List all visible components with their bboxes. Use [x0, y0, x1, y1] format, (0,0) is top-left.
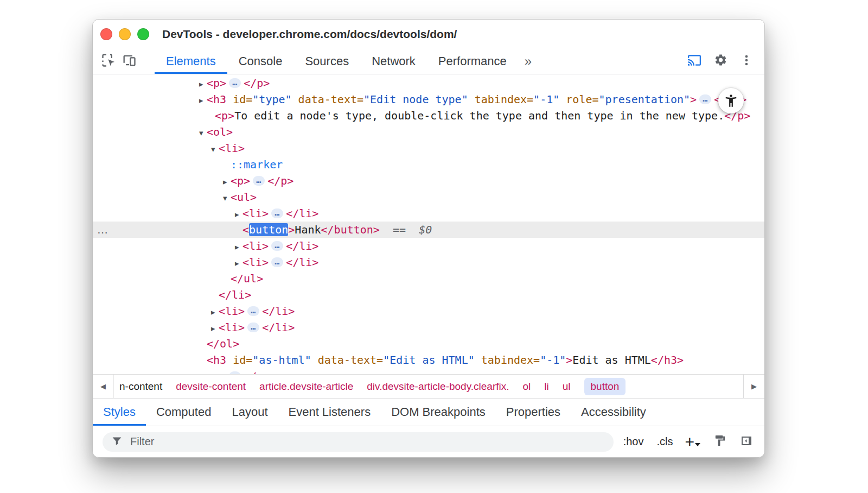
breadcrumb-item-n-content[interactable]: n-content [119, 381, 162, 393]
dom-tree-row[interactable]: </ol> [93, 336, 764, 352]
dom-tree-row[interactable]: ▸<p>…</p> [93, 75, 764, 91]
expand-inline-icon[interactable]: … [271, 241, 283, 251]
dom-tree-row[interactable]: ▸<li>…</li> [93, 238, 764, 254]
dom-tree-row[interactable]: <button>Hank</button> == $0… [93, 222, 764, 238]
dom-tree-row[interactable]: ▾<ul> [93, 189, 764, 205]
expand-arrow-icon[interactable]: ▸ [199, 92, 207, 109]
collapse-arrow-icon[interactable]: ▾ [223, 190, 231, 206]
panel-tab-accessibility[interactable]: Accessibility [571, 399, 656, 426]
inspect-element-button[interactable] [98, 51, 119, 72]
panel-tabs-items: StylesComputedLayoutEvent ListenersDOM B… [93, 399, 656, 426]
toggle-hover-state-button[interactable]: :hov [620, 435, 647, 448]
expand-inline-icon[interactable]: … [699, 94, 711, 104]
expand-arrow-icon[interactable]: ▸ [235, 255, 242, 271]
dom-tree-row[interactable]: ▸<li>…</li> [93, 254, 764, 270]
window-titlebar: DevTools - developer.chrome.com/docs/dev… [93, 20, 764, 48]
toggle-sidebar-button[interactable] [736, 432, 757, 452]
device-toolbar-button[interactable] [119, 51, 139, 72]
toggle-class-button[interactable]: .cls [653, 435, 676, 448]
expand-inline-icon[interactable]: … [271, 208, 283, 218]
panel-tab-computed[interactable]: Computed [146, 399, 222, 426]
dom-tree-row[interactable]: ▾<li> [93, 140, 764, 156]
traffic-lights [100, 28, 149, 40]
more-actions-icon[interactable]: … [97, 222, 108, 238]
code-token-tag: </p> [244, 370, 270, 374]
breadcrumb-item-div-devsite-article-body-clearfix[interactable]: div.devsite-article-body.clearfix. [367, 381, 509, 393]
code-token-tag: <li> [242, 256, 269, 269]
close-button[interactable] [100, 28, 112, 40]
code-token-tag: </li> [219, 288, 251, 301]
zoom-button[interactable] [137, 28, 149, 40]
code-token-tag: <li> [219, 321, 245, 334]
tab-console[interactable]: Console [227, 48, 294, 74]
dom-tree-row[interactable]: <h3 id="as-html" data-text="Edit as HTML… [93, 352, 764, 368]
panel-tab-event-listeners[interactable]: Event Listeners [278, 399, 381, 426]
dom-tree-row[interactable]: </ul> [93, 270, 764, 287]
panel-tab-layout[interactable]: Layout [221, 399, 278, 426]
dom-tree-row[interactable]: <p>To edit a node's type, double-click t… [93, 108, 764, 124]
expand-inline-icon[interactable]: … [271, 257, 283, 267]
code-token-val: "as-html" [252, 353, 311, 366]
tab-performance[interactable]: Performance [427, 48, 518, 74]
expand-arrow-icon[interactable]: ▸ [211, 304, 219, 320]
expand-inline-icon[interactable]: … [247, 306, 259, 316]
dom-tree-row[interactable]: ▸<h3 id="type" data-text="Edit node type… [93, 91, 764, 108]
code-token-tag: <h3 [207, 93, 226, 106]
dom-tree-row[interactable]: ▸<li>…</li> [93, 205, 764, 222]
toolbar-right-actions [684, 48, 757, 74]
accessibility-person-icon [718, 88, 744, 113]
code-token-tag: </li> [286, 256, 318, 269]
filter-input[interactable] [129, 435, 605, 448]
expand-arrow-icon[interactable]: ▸ [223, 174, 231, 190]
expand-inline-icon[interactable]: … [229, 78, 241, 88]
dom-tree-row[interactable]: ▸<p>…</p> [93, 368, 764, 374]
menu-button[interactable] [736, 51, 757, 72]
expand-inline-icon[interactable]: … [229, 371, 241, 374]
expand-arrow-icon[interactable]: ▸ [235, 206, 242, 223]
minimize-button[interactable] [119, 28, 131, 40]
panel-tab-dom-breakpoints[interactable]: DOM Breakpoints [381, 399, 496, 426]
code-token-tag: <p> [207, 370, 226, 374]
expand-inline-icon[interactable]: … [253, 176, 265, 186]
breadcrumb-item-ul[interactable]: ul [563, 381, 571, 393]
dom-tree-row[interactable]: ▸<li>…</li> [93, 303, 764, 319]
tab-sources[interactable]: Sources [293, 48, 360, 74]
styles-filter-bar: :hov .cls + [93, 426, 764, 457]
dom-tree-row[interactable]: ▸<li>…</li> [93, 319, 764, 336]
code-token-attr: role= [566, 93, 598, 106]
breadcrumb-item-button[interactable]: button [584, 378, 626, 395]
expand-arrow-icon[interactable]: ▸ [211, 320, 219, 337]
expand-arrow-icon[interactable]: ▸ [199, 76, 207, 92]
breadcrumb-item-article-devsite-article[interactable]: article.devsite-article [259, 381, 353, 393]
code-token-tag: </ul> [231, 272, 263, 285]
dom-tree-row[interactable]: ▾<ol> [93, 124, 764, 140]
tab-elements[interactable]: Elements [155, 48, 227, 74]
dom-tree-row[interactable]: ▸<p>…</p> [93, 173, 764, 189]
breadcrumb-scroll-right-icon[interactable]: ▶ [743, 375, 764, 398]
tab-network[interactable]: Network [360, 48, 427, 74]
panel-tab-styles[interactable]: Styles [93, 399, 146, 426]
toolbar-tabs: ElementsConsoleSourcesNetworkPerformance [155, 48, 518, 74]
filter-field[interactable] [103, 432, 614, 452]
paint-brush-button[interactable] [709, 432, 730, 452]
cast-button[interactable] [684, 51, 705, 72]
dom-tree-row[interactable]: ::marker [93, 156, 764, 173]
more-tabs-button[interactable]: » [518, 48, 538, 74]
expand-arrow-icon[interactable]: ▸ [199, 369, 207, 374]
code-token-val: "Edit as HTML" [383, 353, 475, 366]
expand-arrow-icon[interactable]: ▸ [235, 239, 242, 255]
breadcrumb-item-devsite-content[interactable]: devsite-content [176, 381, 246, 393]
breadcrumb-scroll-left-icon[interactable]: ◀ [93, 375, 114, 398]
code-token-val: "-1" [533, 93, 559, 106]
new-style-rule-button[interactable]: + [682, 434, 703, 450]
breadcrumb-item-li[interactable]: li [544, 381, 548, 393]
code-token-tag: <li> [219, 142, 245, 155]
breadcrumb-item-ol[interactable]: ol [523, 381, 531, 393]
settings-button[interactable] [710, 51, 731, 72]
collapse-arrow-icon[interactable]: ▾ [211, 141, 219, 157]
expand-inline-icon[interactable]: … [247, 323, 259, 332]
panel-tab-properties[interactable]: Properties [496, 399, 571, 426]
code-token-attr: data-text= [318, 353, 383, 366]
dom-tree-row[interactable]: </li> [93, 287, 764, 303]
collapse-arrow-icon[interactable]: ▾ [199, 125, 207, 141]
